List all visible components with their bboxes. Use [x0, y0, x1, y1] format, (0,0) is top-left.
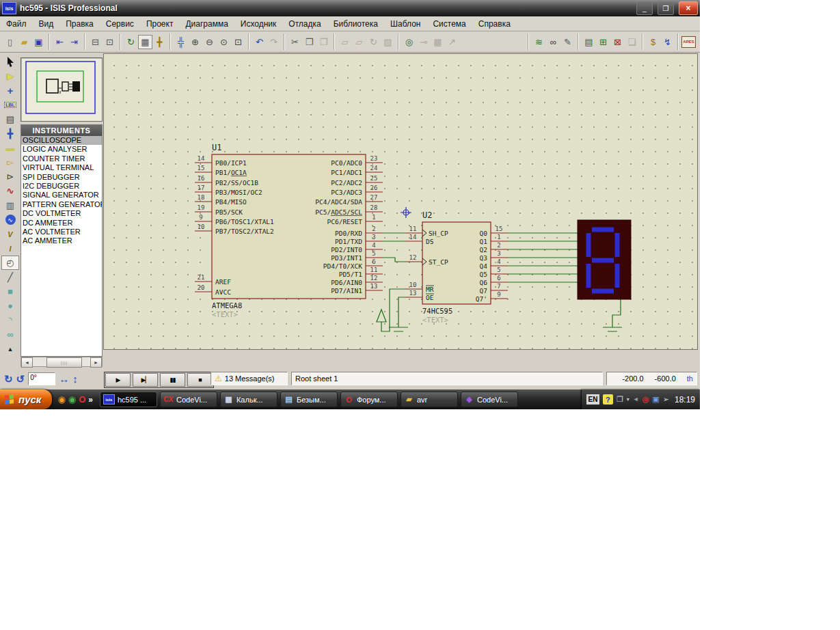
scroll-left-icon[interactable]: ◄ — [21, 357, 33, 368]
restore-window-icon[interactable]: ❐ — [617, 396, 623, 403]
component-u2[interactable]: U2 11 14 12 10 13 SH_CP DS ST_CP MR OE 1… — [405, 210, 508, 324]
save-file-icon[interactable]: ▣ — [31, 35, 46, 49]
minimize-button[interactable]: _ — [636, 1, 653, 15]
instrument-dc-ammeter[interactable]: DC AMMETER — [21, 219, 102, 228]
instrument-signal-generator[interactable]: SIGNAL GENERATOR — [21, 191, 102, 200]
instrument-counter-timer[interactable]: COUNTER TIMER — [21, 154, 102, 163]
block-move-icon[interactable]: ▱ — [352, 35, 366, 49]
print-icon[interactable]: ⊟ — [88, 35, 103, 49]
hide-icons-chevron-icon[interactable]: ◄ — [633, 396, 639, 403]
instrument-logic-analyser[interactable]: LOGIC ANALYSER — [21, 145, 102, 154]
instrument-spi-debugger[interactable]: SPI DEBUGGER — [21, 173, 102, 182]
zoom-out-icon[interactable]: ⊖ — [202, 35, 217, 49]
instrument-ac-ammeter[interactable]: AC AMMETER — [21, 236, 102, 245]
start-button[interactable]: пуск — [0, 389, 52, 409]
close-button[interactable]: × — [679, 1, 698, 15]
zoom-in-icon[interactable]: ⊕ — [188, 35, 202, 49]
mailru-agent-icon[interactable]: ◉ — [57, 395, 65, 404]
taskbar-item-calculator[interactable]: ▦ Кальк... — [220, 392, 277, 407]
zoom-area-icon[interactable]: ⊡ — [231, 35, 245, 49]
taskbar-item-avr-folder[interactable]: ▰ avr — [401, 392, 458, 407]
line-2d-icon[interactable]: ╱ — [1, 270, 19, 284]
rotate-ccw-icon[interactable]: ↺ — [16, 373, 25, 385]
pin-tool-icon[interactable]: ⊸ — [416, 35, 431, 49]
toggle-grid-icon[interactable]: ▦ — [138, 35, 152, 49]
menu-library[interactable]: Библиотека — [327, 18, 384, 30]
netlist-to-ares-icon[interactable]: ARES — [681, 36, 696, 48]
menu-edit[interactable]: Правка — [59, 18, 100, 30]
menu-file[interactable]: Файл — [0, 18, 33, 30]
message-panel[interactable]: ⚠ 13 Message(s) — [211, 372, 288, 385]
open-file-icon[interactable]: ▰ — [17, 35, 31, 49]
junction-dot-icon[interactable]: + — [1, 83, 19, 98]
taskbar-item-codevision-2[interactable]: ◆ CodeVi... — [461, 392, 518, 407]
step-button[interactable]: ▶▏ — [133, 373, 158, 387]
graph-icon[interactable]: ∿ — [1, 184, 19, 198]
menu-tools[interactable]: Сервис — [100, 18, 140, 30]
network-tray-icon[interactable]: ▣ — [652, 396, 659, 403]
marker-icon[interactable]: ▲ — [1, 342, 19, 356]
taskbar-item-hc595[interactable]: isis hc595 ... — [100, 392, 157, 407]
text-script-icon[interactable]: ▤ — [1, 112, 19, 126]
zoom-all-icon[interactable]: ⊙ — [217, 35, 231, 49]
menu-help[interactable]: Справка — [472, 18, 517, 30]
restore-button[interactable]: ❐ — [658, 1, 674, 15]
arc-2d-icon[interactable]: ◝ — [1, 313, 19, 327]
copy-icon[interactable]: ❐ — [302, 35, 316, 49]
wire-label-icon[interactable]: LBL — [1, 98, 19, 112]
mirror-vertical-icon[interactable]: ↕ — [72, 373, 78, 385]
mirror-horizontal-icon[interactable]: ↔ — [59, 373, 69, 385]
tape-recorder-icon[interactable]: ▥ — [1, 198, 19, 213]
path-2d-icon[interactable]: ∞ — [1, 327, 19, 342]
block-rotate-icon[interactable]: ↻ — [366, 35, 381, 49]
electrical-rules-check-icon[interactable]: ↯ — [660, 35, 675, 49]
origin-icon[interactable]: ╋ — [152, 35, 167, 49]
opera-icon[interactable]: O — [79, 395, 85, 404]
quick-launch-chevron-icon[interactable]: » — [88, 395, 93, 405]
new-file-icon[interactable]: ▯ — [3, 35, 17, 49]
terminal-icon[interactable]: ▻ — [1, 155, 19, 169]
instrument-virtual-terminal[interactable]: VIRTUAL TERMINAL — [21, 163, 102, 172]
decompose-tool-icon[interactable]: ↗ — [445, 35, 459, 49]
cut-icon[interactable]: ✂ — [288, 35, 302, 49]
help-tray-icon[interactable]: ? — [603, 394, 613, 405]
export-section-icon[interactable]: ⇥ — [67, 35, 81, 49]
redo-icon[interactable]: ↷ — [267, 35, 281, 49]
icq-icon[interactable]: ◉ — [68, 395, 76, 404]
wire-autorouter-icon[interactable]: ≋ — [532, 35, 546, 49]
schematic-overview[interactable] — [21, 57, 103, 122]
scroll-right-icon[interactable]: ► — [90, 357, 102, 368]
menu-debug[interactable]: Отладка — [282, 18, 327, 30]
instrument-oscilloscope[interactable]: OSCILLOSCOPE — [21, 136, 102, 145]
package-tool-icon[interactable]: ▦ — [431, 35, 445, 49]
taskbar-item-codevision-1[interactable]: СX CodeVi... — [160, 392, 217, 407]
instrument-i2c-debugger[interactable]: I2C DEBUGGER — [21, 182, 102, 191]
bill-of-materials-icon[interactable]: $ — [646, 35, 660, 49]
menu-graph[interactable]: Диаграмма — [179, 18, 234, 30]
find-and-tag-icon[interactable]: ◎ — [402, 35, 416, 49]
mark-print-area-icon[interactable]: ⊡ — [103, 35, 117, 49]
pause-button[interactable]: ▮▮ — [160, 373, 185, 387]
stop-button[interactable]: ■ — [187, 373, 213, 387]
component-u1[interactable]: U1 14 15 16 17 18 19 9 10 21 20 PB0/ICP1… — [195, 143, 383, 318]
block-delete-icon[interactable]: ▨ — [381, 35, 395, 49]
selection-pointer-icon[interactable] — [1, 55, 19, 69]
bus-icon[interactable]: ╋ — [1, 126, 19, 141]
ground-symbol-oe[interactable] — [389, 297, 408, 331]
instrument-pattern-generator[interactable]: PATTERN GENERATOR — [21, 200, 102, 209]
taskbar-item-forum[interactable]: O Форум... — [340, 392, 398, 407]
menu-system[interactable]: Система — [426, 18, 472, 30]
rotation-angle-field[interactable]: 0° — [28, 372, 55, 385]
instrument-ac-voltmeter[interactable]: AC VOLTMETER — [21, 228, 102, 236]
menu-template[interactable]: Шаблон — [384, 18, 426, 30]
redraw-icon[interactable]: ↻ — [124, 35, 138, 49]
pan-icon[interactable]: ╬ — [174, 35, 188, 49]
remove-sheet-icon[interactable]: ⊠ — [610, 35, 625, 49]
seven-segment-display[interactable] — [578, 220, 631, 299]
virtual-instruments-icon[interactable]: ◴ — [1, 256, 19, 270]
search-components-icon[interactable]: ∞ — [546, 35, 560, 49]
circle-2d-icon[interactable]: ● — [1, 299, 19, 313]
power-terminal[interactable] — [377, 289, 405, 331]
instrument-dc-voltmeter[interactable]: DC VOLTMETER — [21, 209, 102, 218]
menu-source[interactable]: Исходник — [234, 18, 282, 30]
